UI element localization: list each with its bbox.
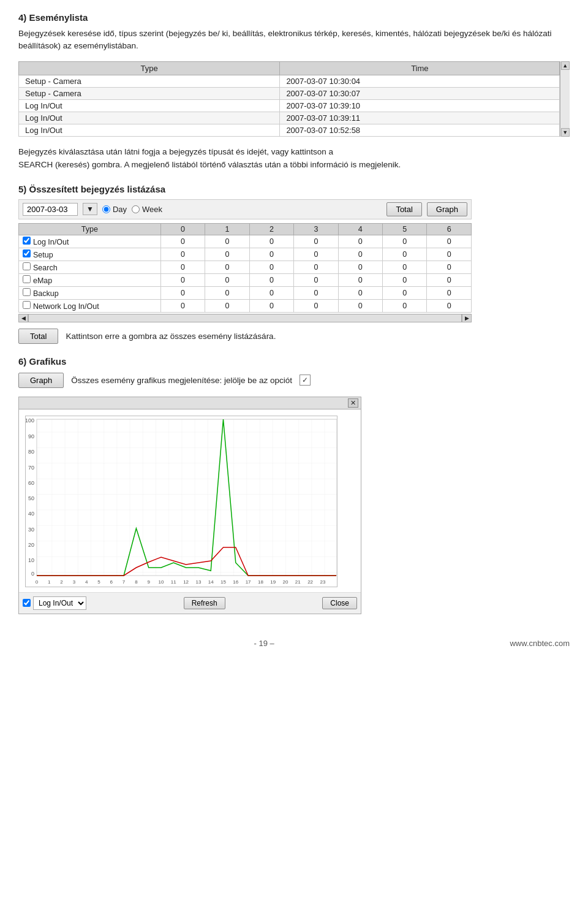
summary-row-checkbox[interactable] bbox=[23, 262, 31, 270]
summary-col-3: 3 bbox=[294, 223, 338, 235]
summary-col-2: 2 bbox=[249, 223, 293, 235]
event-table-row[interactable]: Log In/Out2007-03-07 10:52:58 bbox=[19, 124, 560, 136]
event-table-row[interactable]: Setup - Camera2007-03-07 10:30:07 bbox=[19, 87, 560, 99]
svg-text:60: 60 bbox=[28, 479, 34, 485]
event-table-wrapper: Type Time Setup - Camera2007-03-07 10:30… bbox=[18, 61, 570, 137]
summary-value-cell: 0 bbox=[249, 299, 293, 312]
summary-value-cell: 0 bbox=[294, 286, 338, 299]
scroll-up-arrow[interactable]: ▲ bbox=[561, 61, 570, 70]
summary-value-cell: 0 bbox=[249, 261, 293, 273]
summary-value-cell: 0 bbox=[249, 286, 293, 299]
summary-type-cell: Setup bbox=[19, 248, 161, 261]
summary-value-cell: 0 bbox=[427, 286, 472, 299]
summary-col-1: 1 bbox=[205, 223, 249, 235]
svg-text:17: 17 bbox=[246, 579, 251, 585]
svg-text:13: 13 bbox=[195, 579, 201, 585]
svg-text:2: 2 bbox=[60, 579, 63, 585]
summary-value-cell: 0 bbox=[160, 235, 205, 248]
day-radio-group: Day bbox=[102, 205, 127, 214]
summary-table-row: Setup0000000 bbox=[19, 248, 472, 261]
summary-type-cell: Backup bbox=[19, 286, 161, 299]
summary-value-cell: 0 bbox=[160, 286, 205, 299]
chart-area: 100 90 80 70 60 50 40 30 20 10 0 0 1 2 3 bbox=[25, 416, 337, 587]
summary-value-cell: 0 bbox=[383, 273, 427, 286]
svg-text:9: 9 bbox=[147, 579, 150, 585]
week-radio[interactable] bbox=[132, 205, 140, 213]
graph-desc: Összes esemény grafikus megjelenítése: j… bbox=[71, 376, 292, 385]
summary-value-cell: 0 bbox=[294, 299, 338, 312]
graph-btn-toolbar[interactable]: Graph bbox=[427, 202, 467, 216]
summary-value-cell: 0 bbox=[383, 286, 427, 299]
total-note: Kattintson erre a gombra az összes esemé… bbox=[66, 332, 276, 341]
graph-btn-main[interactable]: Graph bbox=[18, 373, 64, 388]
summary-table-container: Type0123456 Log In/Out0000000Setup000000… bbox=[18, 223, 570, 322]
event-table-scrollbar[interactable]: ▲ ▼ bbox=[560, 61, 570, 137]
event-table-row[interactable]: Log In/Out2007-03-07 10:39:10 bbox=[19, 99, 560, 112]
summary-value-cell: 0 bbox=[160, 273, 205, 286]
legend-checkbox[interactable] bbox=[23, 599, 31, 607]
date-input[interactable] bbox=[23, 203, 78, 216]
section4-intro: Bejegyzések keresése idő, típus szerint … bbox=[18, 28, 570, 53]
chart-titlebar: ✕ bbox=[19, 397, 361, 409]
section5-title: 5) Összesített bejegyzés listázása bbox=[18, 184, 570, 194]
date-dropdown[interactable]: ▼ bbox=[83, 203, 97, 215]
svg-text:4: 4 bbox=[85, 579, 88, 585]
scroll-left-arrow[interactable]: ◀ bbox=[18, 314, 28, 322]
summary-value-cell: 0 bbox=[338, 261, 382, 273]
summary-table-row: eMap0000000 bbox=[19, 273, 472, 286]
refresh-btn[interactable]: Refresh bbox=[184, 597, 225, 609]
summary-col-type: Type bbox=[19, 223, 161, 235]
svg-text:14: 14 bbox=[208, 579, 214, 585]
summary-value-cell: 0 bbox=[294, 235, 338, 248]
scroll-down-arrow[interactable]: ▼ bbox=[561, 128, 570, 137]
summary-value-cell: 0 bbox=[249, 248, 293, 261]
svg-text:10: 10 bbox=[28, 557, 34, 563]
svg-text:11: 11 bbox=[171, 579, 176, 585]
summary-row-checkbox[interactable] bbox=[23, 288, 31, 296]
close-btn[interactable]: Close bbox=[322, 597, 357, 609]
event-table-row[interactable]: Log In/Out2007-03-07 10:39:11 bbox=[19, 112, 560, 124]
event-col-type: Type bbox=[19, 61, 280, 75]
summary-type-cell: Search bbox=[19, 261, 161, 273]
summary-value-cell: 0 bbox=[383, 248, 427, 261]
svg-text:6: 6 bbox=[110, 579, 113, 585]
scroll-track bbox=[560, 70, 570, 128]
summary-row-checkbox[interactable] bbox=[23, 275, 31, 283]
summary-row-checkbox[interactable] bbox=[23, 237, 31, 245]
svg-text:7: 7 bbox=[123, 579, 126, 585]
summary-value-cell: 0 bbox=[160, 299, 205, 312]
chart-footer: Log In/Out Refresh Close bbox=[19, 592, 361, 614]
day-radio[interactable] bbox=[102, 205, 110, 213]
summary-value-cell: 0 bbox=[338, 248, 382, 261]
section4: 4) Eseménylista Bejegyzések keresése idő… bbox=[18, 12, 570, 172]
total-btn-main[interactable]: Total bbox=[18, 329, 58, 344]
event-type-cell: Log In/Out bbox=[19, 99, 280, 112]
event-time-cell: 2007-03-07 10:39:11 bbox=[280, 112, 560, 124]
svg-text:1: 1 bbox=[48, 579, 51, 585]
chart-close-x[interactable]: ✕ bbox=[348, 398, 358, 408]
summary-col-0: 0 bbox=[160, 223, 205, 235]
summary-row-checkbox[interactable] bbox=[23, 249, 31, 257]
scroll-right-arrow[interactable]: ▶ bbox=[462, 314, 472, 322]
summary-table-inner: Type0123456 Log In/Out0000000Setup000000… bbox=[18, 223, 570, 322]
summary-value-cell: 0 bbox=[160, 248, 205, 261]
svg-text:100: 100 bbox=[26, 417, 34, 424]
chart-select[interactable]: Log In/Out bbox=[33, 596, 86, 610]
total-btn[interactable]: Total bbox=[386, 202, 421, 216]
svg-text:0: 0 bbox=[31, 571, 34, 577]
svg-text:10: 10 bbox=[159, 579, 164, 585]
summary-value-cell: 0 bbox=[294, 261, 338, 273]
option-checkbox[interactable]: ✓ bbox=[300, 375, 311, 386]
summary-table-row: Network Log In/Out0000000 bbox=[19, 299, 472, 312]
svg-text:15: 15 bbox=[221, 579, 226, 585]
summary-value-cell: 0 bbox=[427, 273, 472, 286]
summary-value-cell: 0 bbox=[338, 235, 382, 248]
event-table-row[interactable]: Setup - Camera2007-03-07 10:30:04 bbox=[19, 75, 560, 87]
summary-value-cell: 0 bbox=[338, 299, 382, 312]
summary-table-row: Search0000000 bbox=[19, 261, 472, 273]
svg-text:21: 21 bbox=[295, 579, 301, 585]
event-table: Type Time Setup - Camera2007-03-07 10:30… bbox=[18, 61, 560, 137]
svg-text:0: 0 bbox=[36, 579, 39, 585]
summary-table-row: Log In/Out0000000 bbox=[19, 235, 472, 248]
summary-row-checkbox[interactable] bbox=[23, 301, 31, 309]
